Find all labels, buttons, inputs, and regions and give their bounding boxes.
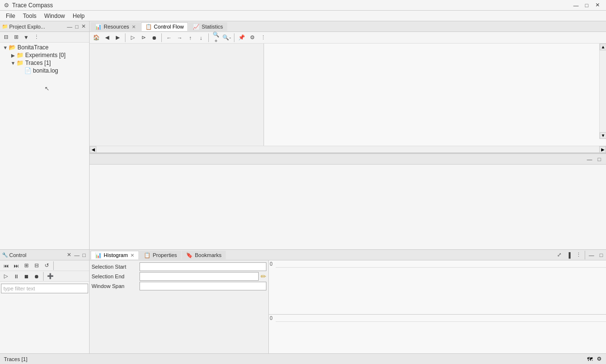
step-forward-button[interactable]: ⏭ [11, 261, 21, 270]
tab-bookmarks[interactable]: 🔖 Bookmarks [182, 251, 226, 259]
ctrl-sep2 [43, 272, 44, 281]
sidebar-maximize-button[interactable]: □ [74, 23, 80, 30]
project-tree: ▼ 📂 BonitaTrace ▶ 📁 Experiments [0] ▼ 📁 … [0, 43, 89, 249]
zoom-in-button[interactable]: 🔍+ [211, 33, 221, 42]
cursor-area: ↖ [0, 75, 89, 91]
expand-all-button[interactable]: ⊞ [11, 33, 21, 42]
control-icon: 🔧 [2, 252, 8, 258]
tab-properties[interactable]: 📋 Properties [140, 251, 181, 259]
menu-help[interactable]: Help [69, 12, 89, 20]
tab-resources[interactable]: 📊 Resources ✕ [91, 22, 140, 31]
close-button[interactable]: ✕ [592, 1, 602, 9]
status-navigate-button[interactable]: 🗺 [585, 355, 594, 364]
tree-item-traces[interactable]: ▼ 📁 Traces [1] [0, 59, 89, 67]
settings-button[interactable]: ⚙ [248, 33, 257, 42]
collapse-all-button[interactable]: ⊟ [1, 33, 11, 42]
refresh-button[interactable]: ↺ [42, 261, 51, 270]
prev-bookmark-button[interactable]: ◀ [102, 33, 112, 42]
menu-bar: File Tools Window Help [0, 11, 606, 21]
tree-item-bonitatrace-log[interactable]: ▶ 📄 bonita.log [0, 67, 89, 75]
more-button[interactable]: ⋮ [258, 33, 268, 42]
filter-input[interactable] [1, 284, 88, 293]
zoom-out-button[interactable]: 🔍- [222, 33, 232, 42]
toolbar-sep4 [234, 33, 234, 42]
menu-window[interactable]: Window [40, 12, 69, 20]
scroll-down-button[interactable]: ▼ [600, 132, 606, 139]
record-ctrl-button[interactable]: ⏺ [31, 272, 41, 281]
control-panel-minimize[interactable]: — [73, 252, 81, 258]
sidebar-header: 📁 Project Explo... — □ ✕ [0, 21, 89, 32]
window-span-label: Window Span [92, 283, 138, 289]
histogram-left: Selection Start Selection End ✏ Window S… [90, 260, 269, 353]
expand-icon-traces: ▼ [10, 61, 16, 66]
cursor-left-button[interactable]: ← [164, 33, 174, 42]
statistics-tab-icon: 📈 [193, 24, 200, 30]
vertical-scrollbar[interactable]: ▲ ▼ [599, 44, 606, 139]
control-toolbar-2: ▷ ⏸ ⏹ ⏺ ➕ [0, 271, 89, 282]
pause-ctrl-button[interactable]: ⏸ [11, 272, 21, 281]
tab-statistics[interactable]: 📈 Statistics [188, 22, 227, 31]
play-ctrl-button[interactable]: ▷ [1, 272, 11, 281]
scroll-left-button[interactable]: ◀ [90, 146, 96, 153]
home-button[interactable]: 🏠 [92, 33, 101, 42]
tree-label-bonitatrace: BonitaTrace [17, 44, 48, 51]
lower-maximize-button[interactable]: □ [594, 155, 604, 164]
control-panel-close[interactable]: ✕ [65, 251, 73, 258]
tree-item-experiments[interactable]: ▶ 📁 Experiments [0] [0, 51, 89, 59]
top-chart: 0 [269, 260, 606, 315]
cursor-up-button[interactable]: ↑ [186, 33, 195, 42]
toolbar-sep1 [125, 33, 125, 42]
collapse-button[interactable]: ⊟ [31, 261, 41, 270]
maximize-button[interactable]: □ [582, 1, 591, 9]
scroll-up-button[interactable]: ▲ [600, 44, 606, 50]
ctrl-sep [53, 261, 54, 270]
cursor-down-button[interactable]: ↓ [196, 33, 206, 42]
step-back-button[interactable]: ⏮ [1, 261, 11, 270]
window-span-input[interactable] [140, 282, 266, 290]
control-panel-maximize[interactable]: □ [81, 252, 87, 258]
experiments-icon: 📁 [16, 52, 24, 59]
pencil-icon[interactable]: ✏ [261, 273, 266, 280]
scroll-right-button[interactable]: ▶ [599, 146, 606, 153]
cursor-right-button[interactable]: → [175, 33, 185, 42]
expand-icon: ▼ [2, 45, 9, 50]
histogram-more-button[interactable]: ⋮ [574, 251, 583, 259]
control-panel-title: Control [9, 252, 65, 258]
sidebar-close-button[interactable]: ✕ [80, 23, 87, 30]
tab-histogram[interactable]: 📊 Histogram ✕ [91, 251, 139, 259]
bar-chart-button[interactable]: ▐ [564, 251, 574, 259]
play-selected-button[interactable]: ⊳ [139, 33, 148, 42]
editor-upper: ▲ ▼ [90, 44, 606, 146]
add-ctrl-button[interactable]: ➕ [46, 272, 55, 281]
record-button[interactable]: ⏺ [149, 33, 159, 42]
hide-arrows-button[interactable]: ⤢ [554, 251, 564, 259]
lower-minimize-button[interactable]: — [585, 155, 594, 164]
pin-button[interactable]: 📌 [237, 33, 247, 42]
top-chart-line [276, 267, 606, 268]
menu-file[interactable]: File [2, 12, 19, 20]
toolbar-sep2 [161, 33, 162, 42]
status-settings-button[interactable]: ⚙ [594, 355, 604, 364]
folder-icon: 📂 [9, 44, 16, 51]
filter-button[interactable]: ▼ [21, 33, 31, 42]
tab-control-flow[interactable]: 📋 Control Flow [141, 22, 188, 31]
hist-maximize-button[interactable]: □ [596, 251, 606, 259]
minimize-button[interactable]: — [571, 1, 581, 9]
control-content [0, 282, 89, 353]
expand-button[interactable]: ⊞ [21, 261, 31, 270]
sidebar-minimize-button[interactable]: — [65, 23, 74, 30]
menu-tools[interactable]: Tools [19, 12, 40, 20]
stop-ctrl-button[interactable]: ⏹ [21, 272, 31, 281]
editor-lower: — □ [90, 152, 606, 249]
tab-resources-close[interactable]: ✕ [131, 24, 136, 30]
status-traces: Traces [1] [2, 356, 30, 362]
selection-start-input[interactable] [140, 262, 266, 271]
histogram-panel: 📊 Histogram ✕ 📋 Properties 🔖 Bookmarks ⤢… [90, 250, 606, 353]
tree-item-bonitratrace[interactable]: ▼ 📂 BonitaTrace [0, 44, 89, 51]
tab-histogram-close[interactable]: ✕ [130, 253, 135, 258]
next-bookmark-button[interactable]: ▶ [113, 33, 123, 42]
hist-minimize-button[interactable]: — [587, 251, 596, 259]
play-button[interactable]: ▷ [128, 33, 138, 42]
selection-end-input[interactable] [140, 272, 259, 281]
more-options-button[interactable]: ⋮ [31, 33, 41, 42]
